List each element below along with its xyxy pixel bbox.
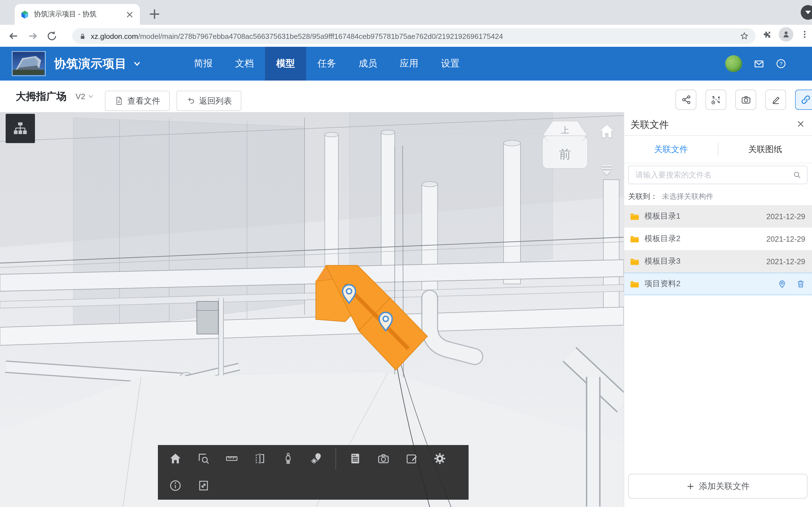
view-cube[interactable]: 上 前 (536, 120, 594, 172)
folder-icon (630, 257, 640, 266)
header-right: ? (725, 47, 786, 80)
tab-title: 协筑演示项目 - 协筑 (34, 10, 125, 19)
row-right (777, 279, 805, 288)
walk-button[interactable] (276, 446, 301, 471)
doc-icon (114, 96, 123, 105)
section-button[interactable] (248, 446, 272, 471)
user-avatar[interactable] (725, 55, 742, 72)
settings-button[interactable] (427, 446, 452, 471)
panel-tabs: 关联文件 关联图纸 (624, 136, 812, 163)
back-icon[interactable] (8, 30, 19, 41)
camera-icon (377, 452, 390, 465)
nav-item-简报[interactable]: 简报 (183, 47, 224, 80)
add-linked-file-button[interactable]: 添加关联文件 (628, 474, 808, 499)
roam-path-button[interactable] (705, 90, 726, 110)
tab-linked-drawings[interactable]: 关联图纸 (718, 136, 812, 163)
bookmark-star-icon[interactable] (740, 32, 749, 41)
tab-search-button[interactable] (801, 5, 812, 20)
address-bar[interactable]: xz.glodon.com/model/main/278b7967ebba470… (72, 28, 756, 44)
subheader-buttons: 查看文件返回列表 (105, 91, 241, 111)
file-row-模板目录1[interactable]: 模板目录12021-12-29 (624, 205, 812, 228)
subheader-button-返回列表[interactable]: 返回列表 (176, 91, 241, 111)
measure-button[interactable] (219, 446, 244, 471)
toolbar-divider (336, 448, 336, 469)
project-thumbnail[interactable] (12, 51, 46, 76)
tab-close-icon[interactable] (125, 10, 134, 19)
linked-to-value: 未选择关联构件 (662, 191, 713, 202)
locate-pin-icon[interactable] (777, 279, 786, 288)
row-right: 2021-12-29 (766, 235, 805, 243)
browser-menu-icon[interactable] (800, 30, 809, 39)
markup-button[interactable] (399, 446, 424, 471)
panel-close-icon[interactable] (796, 119, 805, 128)
help-icon[interactable]: ? (776, 59, 786, 69)
button-label: 查看文件 (128, 96, 160, 106)
delete-icon[interactable] (796, 279, 805, 288)
roam-path-icon (711, 95, 721, 105)
new-tab-button[interactable] (148, 7, 161, 21)
reset-view-home-icon[interactable] (599, 123, 615, 139)
panel-title: 关联文件 (630, 118, 669, 131)
search-icon[interactable] (793, 171, 801, 179)
tab-linked-files[interactable]: 关联文件 (624, 136, 718, 163)
file-search-input[interactable] (635, 170, 793, 180)
file-row-项目资料2[interactable]: 项目资料2 (624, 273, 812, 295)
nav-item-应用[interactable]: 应用 (389, 47, 430, 80)
share-button[interactable] (675, 90, 696, 110)
nav-item-文档[interactable]: 文档 (224, 47, 265, 80)
subheader-button-查看文件[interactable]: 查看文件 (105, 91, 170, 111)
reload-icon[interactable] (46, 30, 57, 41)
nav-item-成员[interactable]: 成员 (347, 47, 389, 80)
fullscreen-button[interactable] (191, 473, 216, 498)
viewpoint-button[interactable] (304, 446, 329, 471)
viewer-toolbar (158, 445, 469, 500)
cube-top-label: 上 (561, 125, 569, 135)
list-icon (349, 452, 361, 465)
home-button[interactable] (163, 446, 188, 471)
fullscreen-icon (197, 480, 210, 492)
file-date: 2021-12-29 (766, 235, 805, 243)
zoom-select-button[interactable] (191, 446, 216, 471)
project-title-wrap[interactable]: 协筑演示项目 (54, 47, 142, 80)
model-tree-button[interactable] (6, 114, 35, 143)
button-label: 返回列表 (199, 96, 232, 106)
file-name: 项目资料2 (645, 279, 777, 289)
link-button[interactable] (795, 90, 812, 110)
cube-collapse-icon[interactable] (600, 164, 613, 176)
url-text: xz.glodon.com/model/main/278b7967ebba470… (91, 32, 740, 40)
folder-icon (630, 212, 640, 221)
file-name: 模板目录2 (645, 234, 766, 244)
row-right: 2021-12-29 (766, 257, 805, 266)
model-version: V2 (75, 92, 85, 101)
settings-icon (434, 452, 446, 465)
file-row-模板目录3[interactable]: 模板目录32021-12-29 (624, 250, 812, 273)
extensions-icon[interactable] (762, 30, 772, 39)
row-right: 2021-12-29 (766, 212, 805, 221)
chevron-down-icon (87, 93, 94, 100)
triangle-down-icon (805, 10, 811, 15)
snapshot-button[interactable] (735, 90, 756, 110)
file-row-模板目录2[interactable]: 模板目录22021-12-29 (624, 228, 812, 250)
model-version-selector[interactable]: V2 (75, 80, 94, 112)
file-search-box[interactable] (628, 166, 808, 184)
mail-icon[interactable] (753, 59, 765, 68)
viewpoint-icon (310, 452, 322, 465)
add-linked-file-label: 添加关联文件 (699, 481, 750, 492)
link-icon (801, 95, 811, 105)
nav-item-设置[interactable]: 设置 (430, 47, 471, 80)
forward-icon[interactable] (27, 30, 38, 41)
model-viewer[interactable]: 上 前 (0, 112, 624, 507)
file-date: 2021-12-29 (766, 257, 805, 266)
camera-button[interactable] (371, 446, 396, 471)
edit-button[interactable] (765, 90, 786, 110)
nav-item-任务[interactable]: 任务 (306, 47, 347, 80)
browser-tab[interactable]: 协筑演示项目 - 协筑 (15, 4, 140, 25)
browser-actions (762, 27, 809, 42)
info-button[interactable] (163, 473, 188, 498)
share-icon (681, 95, 691, 105)
browser-profile-button[interactable] (779, 27, 794, 42)
list-button[interactable] (343, 446, 368, 471)
nav-item-模型[interactable]: 模型 (265, 47, 306, 80)
measure-icon (225, 452, 238, 465)
zoom-select-icon (197, 452, 210, 465)
